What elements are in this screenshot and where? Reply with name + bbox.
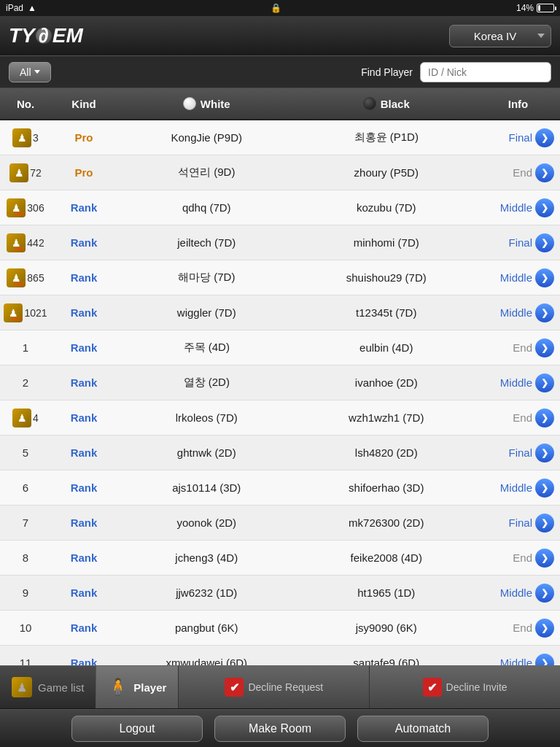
logout-button[interactable]: Logout [71, 716, 203, 742]
game-number: 306 [27, 202, 44, 214]
info-status-label: Final [508, 131, 532, 144]
cell-info[interactable]: Middle [476, 198, 560, 217]
cell-no: 7 [0, 516, 51, 529]
bottom-actions: Logout Make Room Automatch [0, 709, 560, 747]
table-row[interactable]: 8Rankjcheng3 (4D)feike2008 (4D)End [0, 541, 560, 576]
cell-info[interactable]: End [476, 338, 560, 357]
cell-info[interactable]: Middle [476, 479, 560, 498]
cell-kind: Rank [51, 411, 117, 424]
game-icon: ♟HOT [7, 198, 26, 217]
logo-em: EM [52, 24, 83, 47]
table-row[interactable]: 5Rankghtnwk (2D)lsh4820 (2D)Final [0, 436, 560, 471]
cell-info[interactable]: Final [476, 233, 560, 252]
info-arrow-button[interactable] [535, 514, 554, 533]
cell-no: 11 [0, 657, 51, 665]
table-row[interactable]: ♟3ProKongJie (P9D)최홍윤 (P1D)Final [0, 120, 560, 155]
filter-bar: All Find Player [0, 56, 560, 88]
cell-white-player: 해마당 (7D) [117, 271, 297, 285]
tab-decline-request[interactable]: ✔ Decline Request [179, 666, 370, 708]
cell-kind: Rank [51, 657, 117, 665]
tab-player[interactable]: 🧍 Player [96, 666, 179, 708]
cell-info[interactable]: Middle [476, 584, 560, 603]
cell-white-player: 석연리 (9D) [117, 166, 297, 179]
cell-black-player: feike2008 (4D) [297, 551, 477, 564]
cell-info[interactable]: Final [476, 514, 560, 533]
cell-kind: Rank [51, 516, 117, 529]
tab-decline-invite-label: Decline Invite [446, 681, 508, 693]
table-row[interactable]: 10Rankpangbut (6K)jsy9090 (6K)End [0, 611, 560, 646]
cell-info[interactable]: Middle [476, 303, 560, 322]
info-arrow-button[interactable] [535, 338, 554, 357]
tab-game-list[interactable]: ♟ Game list [0, 666, 96, 708]
info-arrow-button[interactable] [535, 444, 554, 462]
cell-info[interactable]: End [476, 619, 560, 638]
info-arrow-button[interactable] [535, 198, 554, 217]
table-row[interactable]: 7Rankyoonok (2D)mk726300 (2D)Final [0, 506, 560, 541]
cell-black-player: shifoerhao (3D) [297, 481, 477, 494]
battery-box [537, 4, 554, 12]
cell-no: ♟HOT1021 [0, 303, 51, 322]
automatch-button[interactable]: Automatch [357, 716, 489, 742]
table-row[interactable]: 2Rank열창 (2D)ivanhoe (2D)Middle [0, 365, 560, 400]
cell-info[interactable]: Final [476, 444, 560, 462]
info-arrow-button[interactable] [535, 409, 554, 427]
info-arrow-button[interactable] [535, 549, 554, 568]
game-icon: ♟HOT [7, 268, 26, 287]
cell-no: ♟HOT865 [0, 268, 51, 287]
lock-icon: 🔒 [271, 3, 281, 13]
col-header-black: Black [297, 97, 477, 110]
table-row[interactable]: ♟72Pro석연리 (9D)zhoury (P5D)End [0, 155, 560, 190]
info-arrow-button[interactable] [535, 654, 554, 666]
info-status-label: Middle [500, 481, 532, 494]
cell-white-player: lrkoleos (7D) [117, 411, 297, 424]
cell-info[interactable]: End [476, 549, 560, 568]
table-row[interactable]: 9Rankjjw6232 (1D)ht1965 (1D)Middle [0, 576, 560, 611]
table-row[interactable]: ♟HOT306Rankqdhq (7D)kozubu (7D)Middle [0, 190, 560, 225]
cell-black-player: ht1965 (1D) [297, 587, 477, 599]
table-row[interactable]: ♟4Ranklrkoleos (7D)wzh1wzh1 (7D)End [0, 400, 560, 436]
cell-no: 8 [0, 551, 51, 564]
info-arrow-button[interactable] [535, 233, 554, 252]
info-status-label: Final [508, 236, 532, 249]
cell-kind: Rank [51, 481, 117, 494]
all-button-label: All [20, 66, 31, 78]
info-arrow-button[interactable] [535, 479, 554, 498]
cell-info[interactable]: Middle [476, 268, 560, 287]
info-arrow-button[interactable] [535, 268, 554, 287]
cell-info[interactable]: End [476, 163, 560, 182]
all-filter-button[interactable]: All [9, 62, 51, 82]
cell-kind: Rank [51, 446, 117, 459]
region-selector[interactable]: Korea IV [449, 25, 551, 47]
info-arrow-button[interactable] [535, 584, 554, 603]
cell-white-player: jeiltech (7D) [117, 236, 297, 249]
game-list-area[interactable]: ♟3ProKongJie (P9D)최홍윤 (P1D)Final♟72Pro석연… [0, 120, 560, 665]
table-row[interactable]: 6Rankajs10114 (3D)shifoerhao (3D)Middle [0, 471, 560, 506]
table-row[interactable]: 1Rank주목 (4D)eulbin (4D)End [0, 330, 560, 365]
find-player-input[interactable] [420, 62, 551, 82]
cell-black-player: mk726300 (2D) [297, 516, 477, 529]
table-row[interactable]: ♟HOT1021Rankwiggler (7D)t12345t (7D)Midd… [0, 295, 560, 330]
cell-no: ♟3 [0, 128, 51, 147]
region-label: Korea IV [474, 30, 516, 42]
cell-info[interactable]: Middle [476, 654, 560, 666]
cell-info[interactable]: End [476, 409, 560, 427]
logo-circle-icon: ∂ [36, 28, 52, 44]
cell-black-player: santafe9 (6D) [297, 657, 477, 665]
info-arrow-button[interactable] [535, 163, 554, 182]
table-row[interactable]: ♟HOT865Rank해마당 (7D)shuishou29 (7D)Middle [0, 260, 560, 295]
table-row[interactable]: ♟HOT442Rankjeiltech (7D)minhomi (7D)Fina… [0, 225, 560, 260]
cell-kind: Rank [51, 622, 117, 634]
make-room-button[interactable]: Make Room [214, 716, 346, 742]
cell-info[interactable]: Middle [476, 374, 560, 392]
info-arrow-button[interactable] [535, 374, 554, 392]
cell-info[interactable]: Final [476, 128, 560, 147]
info-arrow-button[interactable] [535, 128, 554, 147]
decline-request-icon: ✔ [225, 678, 244, 697]
game-number: 72 [30, 167, 42, 179]
status-right: 14% [516, 3, 554, 13]
info-arrow-button[interactable] [535, 619, 554, 638]
tab-decline-invite[interactable]: ✔ Decline Invite [370, 666, 560, 708]
cell-kind: Pro [51, 166, 117, 179]
info-arrow-button[interactable] [535, 303, 554, 322]
table-row[interactable]: 11Rankxmwudawei (6D)santafe9 (6D)Middle [0, 646, 560, 665]
